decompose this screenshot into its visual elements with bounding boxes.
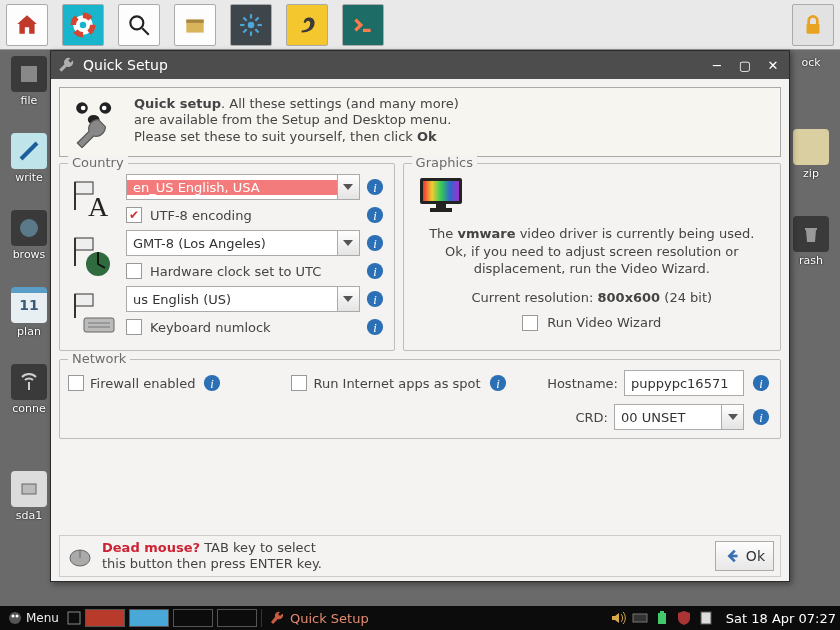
chevron-down-icon[interactable]	[721, 405, 743, 429]
desktop-icon-plan[interactable]: 11 plan	[7, 287, 51, 338]
svg-point-65	[16, 615, 19, 618]
volume-icon[interactable]	[610, 610, 626, 626]
svg-rect-68	[658, 613, 666, 624]
locale-info-button[interactable]: i	[364, 176, 386, 198]
keyboard-info-button[interactable]: i	[364, 288, 386, 310]
svg-point-63	[9, 612, 21, 624]
chevron-down-icon[interactable]	[337, 287, 359, 311]
dead-mouse-hint: ​Dead mouse? TAB key to select this butt…	[102, 540, 322, 573]
toolbar-settings-icon[interactable]	[230, 4, 272, 46]
close-button[interactable]: ✕	[763, 56, 783, 74]
toolbar-help-icon[interactable]	[62, 4, 104, 46]
hostname-label: Hostname:	[547, 376, 618, 391]
workspace-2[interactable]	[129, 609, 169, 627]
toolbar-lamp-icon[interactable]	[286, 4, 328, 46]
system-tray: Sat 18 Apr 07:27	[610, 610, 836, 626]
svg-rect-51	[436, 204, 446, 208]
numlock-info-button[interactable]: i	[364, 316, 386, 338]
timezone-info-button[interactable]: i	[364, 232, 386, 254]
svg-text:i: i	[759, 377, 763, 391]
toolbar-terminal-icon[interactable]	[342, 4, 384, 46]
desktop-icon-browse[interactable]: brows	[7, 210, 51, 261]
country-group: Country A en_US English, USA i	[59, 163, 395, 351]
svg-rect-67	[633, 614, 647, 622]
info-banner: Quick setup. All these settings (and man…	[59, 87, 781, 157]
video-wizard-label: Run Video Wizard	[547, 315, 661, 330]
minimize-button[interactable]: ─	[707, 56, 727, 74]
svg-rect-33	[75, 238, 93, 250]
workspace-4[interactable]	[217, 609, 257, 627]
utf8-info-button[interactable]: i	[364, 204, 386, 226]
hwclock-info-button[interactable]: i	[364, 260, 386, 282]
desktop-icon-zip[interactable]: zip	[789, 129, 833, 180]
locale-dropdown[interactable]: en_US English, USA	[126, 174, 360, 200]
chevron-down-icon[interactable]	[337, 231, 359, 255]
video-wizard-checkbox[interactable]	[522, 315, 538, 331]
hostname-info-button[interactable]: i	[750, 372, 772, 394]
desktop-icon-write[interactable]: write	[7, 133, 51, 184]
shield-icon[interactable]	[676, 610, 692, 626]
svg-point-7	[248, 21, 255, 28]
network-legend: Network	[68, 351, 130, 366]
numlock-checkbox[interactable]	[126, 319, 142, 335]
svg-line-13	[255, 29, 258, 32]
firewall-checkbox[interactable]	[68, 375, 84, 391]
toolbar-package-icon[interactable]	[174, 4, 216, 46]
crd-info-button[interactable]: i	[750, 406, 772, 428]
svg-point-24	[102, 106, 107, 111]
spot-info-button[interactable]: i	[487, 372, 509, 394]
svg-text:A: A	[88, 191, 109, 222]
svg-point-3	[130, 16, 143, 29]
keyboard-dropdown[interactable]: us English (US)	[126, 286, 360, 312]
quicksetup-window: Quick Setup ─ ▢ ✕ Quick setup. All these…	[50, 50, 790, 582]
clipboard-icon[interactable]	[698, 610, 714, 626]
task-quicksetup[interactable]: Quick Setup	[261, 609, 377, 627]
toolbar-lock-icon[interactable]	[792, 4, 834, 46]
hostname-input[interactable]: puppypc16571	[624, 370, 744, 396]
desktop-icon-lock[interactable]: ock	[789, 56, 833, 69]
desktop-icon-trash[interactable]: rash	[789, 216, 833, 267]
network-tray-icon[interactable]	[632, 610, 648, 626]
mouse-icon	[66, 544, 94, 568]
maximize-button[interactable]: ▢	[735, 56, 755, 74]
desktop-icons-left: file write brows 11 plan conne sda1	[6, 56, 52, 522]
svg-text:i: i	[211, 377, 215, 391]
ok-button[interactable]: Ok	[715, 541, 774, 571]
chevron-down-icon[interactable]	[337, 175, 359, 199]
show-desktop-icon[interactable]	[67, 611, 81, 625]
desktop-icon-file[interactable]: file	[7, 56, 51, 107]
utf8-checkbox[interactable]	[126, 207, 142, 223]
svg-text:i: i	[373, 321, 377, 335]
workspace-1[interactable]	[85, 609, 125, 627]
svg-rect-6	[186, 19, 203, 22]
graphics-description: The vmware video driver is currently bei…	[412, 223, 772, 280]
workspace-3[interactable]	[173, 609, 213, 627]
svg-text:i: i	[373, 293, 377, 307]
menu-button[interactable]: Menu	[4, 611, 63, 625]
banner-text: Quick setup. All these settings (and man…	[134, 96, 474, 148]
toolbar-find-icon[interactable]	[118, 4, 160, 46]
firewall-label: Firewall enabled	[90, 376, 195, 391]
hwclock-checkbox[interactable]	[126, 263, 142, 279]
toolbar-home-icon[interactable]	[6, 4, 48, 46]
hwclock-label: Hardware clock set to UTC	[150, 264, 321, 279]
svg-rect-18	[21, 66, 37, 82]
svg-text:i: i	[496, 377, 500, 391]
battery-icon[interactable]	[654, 610, 670, 626]
window-title: Quick Setup	[83, 57, 168, 73]
firewall-info-button[interactable]: i	[201, 372, 223, 394]
crd-dropdown[interactable]: 00 UNSET	[614, 404, 744, 430]
desktop-icon-sda1[interactable]: sda1	[7, 471, 51, 522]
svg-text:i: i	[373, 265, 377, 279]
titlebar[interactable]: Quick Setup ─ ▢ ✕	[51, 51, 789, 79]
wrench-icon	[57, 56, 75, 74]
spot-checkbox[interactable]	[291, 375, 307, 391]
timezone-icon	[68, 230, 120, 282]
graphics-resolution: Current resolution: 800x600 (24 bit)	[412, 290, 772, 305]
graphics-legend: Graphics	[412, 155, 477, 170]
monitor-icon	[418, 176, 464, 214]
svg-point-19	[20, 219, 38, 237]
svg-point-23	[81, 106, 86, 111]
timezone-dropdown[interactable]: GMT-8 (Los Angeles)	[126, 230, 360, 256]
desktop-icon-connect[interactable]: conne	[7, 364, 51, 415]
